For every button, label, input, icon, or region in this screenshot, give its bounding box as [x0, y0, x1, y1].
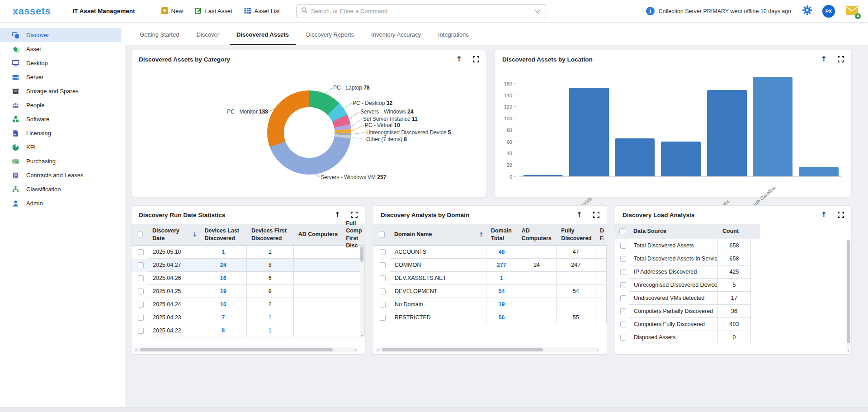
table-row[interactable]: DEVELOPMENT5454: [373, 285, 607, 298]
tab-discovered-assets[interactable]: Discovered Assets: [230, 31, 296, 45]
row-checkbox[interactable]: [380, 275, 386, 281]
cell-total[interactable]: 48: [486, 246, 517, 259]
row-checkbox[interactable]: [138, 275, 144, 281]
column-header[interactable]: Full Comp First Disc: [341, 220, 365, 249]
page-scrollbar-track[interactable]: [0, 407, 868, 412]
tab-inventory-accuracy[interactable]: Inventory Accuracy: [364, 31, 428, 45]
scrollbar-thumb[interactable]: [140, 348, 333, 351]
table-row[interactable]: Unrecognised Discovered Devices5: [615, 279, 851, 292]
table-row[interactable]: Total Discovered Assets658: [615, 239, 851, 252]
column-header[interactable]: Domain Total: [486, 227, 517, 242]
asset-list-button[interactable]: Asset List: [244, 7, 280, 15]
row-checkbox[interactable]: [620, 295, 626, 301]
row-checkbox[interactable]: [380, 262, 386, 268]
row-checkbox[interactable]: [138, 262, 144, 268]
table-row[interactable]: COMMON27724247: [373, 259, 607, 272]
export-arrow-icon[interactable]: ↑: [576, 211, 582, 218]
row-checkbox[interactable]: [138, 302, 144, 308]
sidebar-item-people[interactable]: People: [0, 98, 121, 112]
bar[interactable]: [523, 175, 563, 176]
table-row[interactable]: 2025.04.26166: [132, 272, 365, 285]
tab-discovery-reports[interactable]: Discovery Reports: [299, 31, 361, 45]
vertical-scrollbar[interactable]: [846, 239, 850, 352]
table-row[interactable]: 2025.05.1011: [132, 246, 365, 259]
cell-last[interactable]: 24: [200, 259, 247, 272]
table-row[interactable]: 2025.04.24102: [132, 298, 365, 311]
table-row[interactable]: IP Addresses Discovered425: [615, 265, 851, 279]
cell-last[interactable]: 7: [200, 311, 247, 324]
cell-last[interactable]: 19: [200, 285, 247, 298]
row-checkbox[interactable]: [620, 322, 626, 327]
column-header[interactable]: AD Computers: [517, 227, 557, 242]
cell-last[interactable]: 8: [200, 324, 247, 337]
export-arrow-icon[interactable]: ↑: [456, 56, 462, 63]
cell-total[interactable]: 277: [486, 259, 517, 272]
cell-total[interactable]: 1: [486, 272, 517, 285]
column-header[interactable]: Domain Name↑: [390, 231, 486, 238]
row-checkbox[interactable]: [138, 315, 144, 321]
row-checkbox[interactable]: [138, 249, 144, 255]
scrollbar-thumb[interactable]: [847, 240, 850, 343]
bar[interactable]: [799, 167, 839, 176]
sidebar-item-server[interactable]: Server: [0, 70, 121, 84]
cell-total[interactable]: 19: [486, 298, 517, 311]
tab-integrations[interactable]: Integrations: [431, 31, 476, 45]
sidebar-item-contracts-and-leases[interactable]: Contracts and Leases: [0, 168, 121, 182]
row-checkbox[interactable]: [380, 289, 386, 294]
new-button[interactable]: New: [161, 7, 183, 15]
sidebar-item-storage-and-spares[interactable]: Storage and Spares: [0, 84, 121, 98]
cell-total[interactable]: 56: [486, 311, 517, 324]
bar[interactable]: [569, 88, 609, 176]
table-row[interactable]: Total Discovered Assets In Service658: [615, 252, 851, 265]
sidebar-item-licensing[interactable]: Licensing: [0, 126, 121, 140]
sidebar-item-discover[interactable]: Discover: [0, 28, 121, 42]
column-header[interactable]: Devices Last Discovered: [200, 227, 247, 242]
user-avatar[interactable]: PX: [822, 5, 835, 18]
table-row[interactable]: Computers Fully Discovered403: [615, 318, 851, 331]
cell-last[interactable]: 16: [200, 272, 247, 285]
column-header[interactable]: Count: [718, 227, 751, 235]
row-checkbox[interactable]: [380, 315, 386, 321]
search-input[interactable]: [311, 8, 532, 14]
vertical-scrollbar[interactable]: [360, 246, 364, 337]
sidebar-item-desktop[interactable]: Desktop: [0, 56, 121, 70]
sidebar-item-asset[interactable]: Asset: [0, 42, 121, 56]
table-row[interactable]: Computers Partially Discovered36: [615, 305, 851, 318]
command-search[interactable]: [296, 4, 546, 18]
scrollbar-thumb[interactable]: [382, 348, 543, 351]
column-header[interactable]: Fully Discovered: [557, 227, 595, 242]
sidebar-item-purchasing[interactable]: Purchasing: [0, 154, 121, 168]
cell-last[interactable]: 10: [200, 298, 247, 311]
bar[interactable]: [753, 77, 793, 176]
table-row[interactable]: 2025.04.2371: [132, 311, 365, 324]
row-checkbox[interactable]: [620, 256, 626, 262]
tab-discover[interactable]: Discover: [189, 31, 226, 45]
bar[interactable]: [661, 142, 701, 176]
tab-getting-started[interactable]: Getting Started: [133, 31, 186, 45]
table-row[interactable]: RESTRICTED5655: [373, 311, 607, 324]
row-checkbox[interactable]: [138, 289, 144, 294]
table-row[interactable]: 2025.04.27248: [132, 259, 365, 272]
row-checkbox[interactable]: [380, 302, 386, 308]
sort-desc-icon[interactable]: ↓: [193, 231, 198, 238]
table-row[interactable]: 2025.04.2281: [132, 324, 365, 337]
table-row[interactable]: ACCOUNTS4847: [373, 246, 607, 259]
sidebar-item-software[interactable]: Software: [0, 112, 121, 126]
column-header[interactable]: Devices First Discovered: [247, 227, 294, 242]
row-checkbox[interactable]: [620, 335, 626, 341]
table-row[interactable]: 2025.04.25199: [132, 285, 365, 298]
sort-asc-icon[interactable]: ↑: [479, 231, 484, 238]
select-all-checkbox[interactable]: [137, 232, 143, 237]
expand-icon[interactable]: [593, 212, 599, 218]
last-asset-button[interactable]: Last Asset: [195, 7, 232, 15]
sidebar-item-admin[interactable]: Admin: [0, 196, 121, 210]
expand-icon[interactable]: [838, 212, 844, 218]
table-row[interactable]: No Domain19: [373, 298, 607, 311]
table-row[interactable]: DEV.XASSETS.NET1: [373, 272, 607, 285]
row-checkbox[interactable]: [138, 328, 144, 334]
settings-button[interactable]: [802, 5, 812, 17]
cell-last[interactable]: 1: [200, 246, 247, 259]
select-all-checkbox[interactable]: [379, 232, 385, 237]
cell-total[interactable]: 54: [486, 285, 517, 298]
select-all-checkbox[interactable]: [619, 228, 625, 234]
